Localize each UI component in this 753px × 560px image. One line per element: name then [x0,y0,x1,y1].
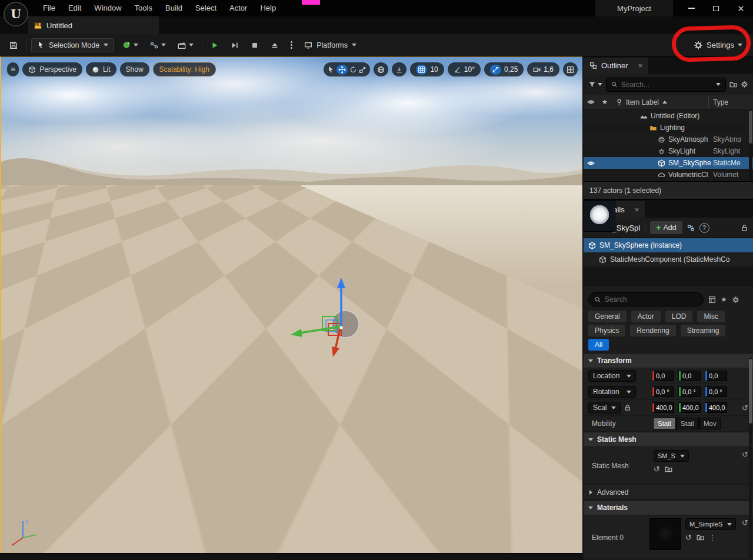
rotation-snap-value[interactable]: 10° [464,65,475,74]
show-dropdown[interactable]: Show [120,62,149,76]
menu-help[interactable]: Help [254,0,282,16]
menu-file[interactable]: File [36,0,62,16]
outliner-settings-button[interactable] [741,81,748,88]
edit-blueprint-button[interactable] [687,224,695,232]
maximize-viewport-button[interactable] [563,62,578,76]
outliner-row-volumetriccloud[interactable]: VolumetricCl Volumet [584,169,753,181]
grid-snap-toggle[interactable] [416,65,427,75]
material-thumbnail[interactable] [649,518,681,550]
favorite-column-icon[interactable]: ★ [598,98,612,106]
scale-x-field[interactable]: 400,0 [652,402,674,413]
eye-icon[interactable] [587,159,595,167]
menu-build[interactable]: Build [159,0,189,16]
blueprints-button[interactable] [146,39,169,52]
outliner-search-input[interactable] [621,81,712,89]
details-search[interactable] [588,292,704,306]
select-tool-button[interactable] [327,66,335,74]
scale-snap-toggle[interactable] [490,65,501,75]
column-type[interactable]: Type [713,98,728,106]
scale-dropdown[interactable]: Scal [588,402,621,414]
close-button[interactable] [728,0,753,16]
close-tab-icon[interactable]: × [638,61,643,70]
static-mesh-asset-dropdown[interactable]: SM_S [654,450,689,462]
minimize-button[interactable] [679,0,704,16]
outliner-filter-button[interactable] [588,81,602,88]
details-scrollbar[interactable] [749,358,752,559]
chip-physics[interactable]: Physics [588,325,625,336]
location-y-field[interactable]: 0,0 [678,371,701,381]
section-static-mesh[interactable]: Static Mesh [584,432,753,447]
camera-speed-value[interactable]: 1,6 [544,65,554,74]
chip-lod[interactable]: LOD [665,311,693,322]
stop-button[interactable] [247,39,262,52]
section-materials[interactable]: Materials [584,500,753,515]
add-actor-button[interactable] [119,39,142,52]
cinematics-button[interactable] [174,39,197,52]
more-options-icon[interactable]: ⋮ [709,534,716,542]
chip-actor[interactable]: Actor [631,311,661,322]
details-settings-button[interactable] [732,296,739,304]
material-asset-dropdown[interactable]: M_SimpleS [685,518,736,530]
grid-snap-control[interactable]: 10 [410,62,444,76]
column-item-label[interactable]: Item Label [626,98,659,106]
chip-streaming[interactable]: Streaming [681,325,726,336]
menu-tools[interactable]: Tools [128,0,159,16]
unlock-icon[interactable] [624,404,631,411]
play-button[interactable] [207,39,222,52]
rotate-tool-button[interactable] [349,66,357,74]
outliner-scrollbar[interactable] [749,111,752,181]
lock-button[interactable] [741,224,748,232]
component-row-root[interactable]: SM_SkySphere (Instance) [584,238,753,252]
reset-to-default-icon[interactable]: ↺ [742,450,748,481]
rotation-dropdown[interactable]: Rotation [588,386,636,398]
selection-mode-dropdown[interactable]: Selection Mode [31,38,114,52]
pin-column-icon[interactable] [612,98,626,106]
location-dropdown[interactable]: Location [588,370,636,382]
platforms-dropdown[interactable]: Platforms [301,39,360,52]
use-selected-asset-icon[interactable]: ↺ [685,533,692,542]
scale-tool-button[interactable] [359,66,366,74]
rotation-z-field[interactable]: 0,0 ° [705,386,727,397]
skip-frame-button[interactable] [227,39,242,52]
visibility-column-icon[interactable] [584,98,598,106]
unreal-logo-icon[interactable]: U [4,2,28,26]
close-tab-icon[interactable]: × [635,205,639,214]
chip-misc[interactable]: Misc [697,311,725,322]
outliner-search[interactable] [606,78,726,92]
use-selected-asset-icon[interactable]: ↺ [654,465,660,474]
browse-to-asset-icon[interactable] [697,534,704,541]
eject-button[interactable] [267,39,282,52]
add-component-button[interactable]: + Add [650,221,682,234]
settings-button[interactable]: Settings [689,38,747,53]
outliner-row-skyatmosphere[interactable]: SkyAtmosph SkyAtmo [584,134,753,145]
mobility-movable-button[interactable]: Mov [699,418,721,429]
reset-to-default-icon[interactable]: ↺ [742,518,748,556]
outliner-new-folder-button[interactable] [729,81,737,88]
maximize-button[interactable] [704,0,728,16]
location-z-field[interactable]: 0,0 [705,371,727,381]
rotation-x-field[interactable]: 0,0 ° [652,386,674,397]
play-options-button[interactable] [287,39,296,51]
perspective-dropdown[interactable]: Perspective [22,62,82,76]
scale-y-field[interactable]: 400,0 [678,402,701,413]
outliner-row-skylight[interactable]: SkyLight SkyLight [584,145,753,157]
section-transform[interactable]: Transform [584,353,753,368]
grid-snap-value[interactable]: 10 [430,65,438,74]
reset-to-default-icon[interactable]: ↺ [742,404,748,412]
rotation-snap-control[interactable]: 10° [448,62,481,76]
save-button[interactable] [6,39,21,52]
component-row-staticmesh[interactable]: StaticMeshComponent (StaticMeshCo [584,252,753,266]
scalability-button[interactable]: Scalability: High [153,62,216,76]
chip-general[interactable]: General [588,311,627,322]
viewport-menu-button[interactable]: ≡ [7,62,19,76]
move-tool-button[interactable] [336,65,348,75]
scale-snap-control[interactable]: 0,25 [484,62,524,76]
browse-to-asset-icon[interactable] [665,465,672,473]
static-mesh-thumbnail[interactable] [584,200,615,232]
location-x-field[interactable]: 0,0 [652,371,674,381]
camera-speed-control[interactable]: 1,6 [527,62,559,76]
menu-edit[interactable]: Edit [62,0,88,16]
chip-all[interactable]: All [588,339,609,351]
menu-actor[interactable]: Actor [223,0,254,16]
tab-untitled[interactable]: Untitled [28,16,159,34]
